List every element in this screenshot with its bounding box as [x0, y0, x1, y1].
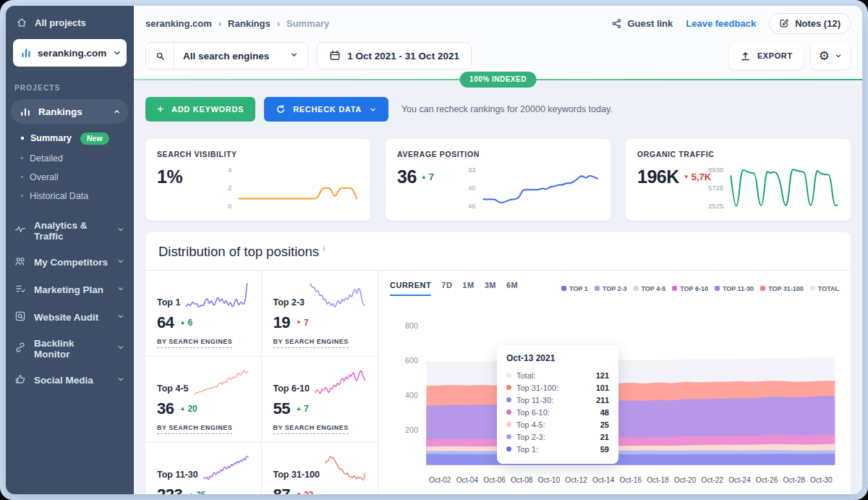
svg-text:800: 800	[405, 321, 418, 330]
legend-item-total[interactable]: TOTAL	[810, 285, 839, 292]
mini-value-row: 87▼33	[273, 486, 367, 494]
plus-icon: +	[157, 103, 164, 115]
home-icon	[16, 17, 27, 28]
legend-item-top-6-10[interactable]: TOP 6-10	[672, 285, 708, 292]
tooltip-label: Top 6-10:	[516, 408, 550, 417]
summary-cards: SEARCH VISIBILITY1%420AVERAGE POSITION36…	[145, 139, 851, 221]
chevron-down-icon	[116, 257, 125, 268]
tooltip-dot	[506, 410, 511, 415]
chevron-down-icon	[112, 48, 122, 58]
search-icon	[155, 51, 166, 62]
pencil-icon	[779, 18, 789, 28]
card-title: ORGANIC TRAFFIC	[637, 150, 839, 158]
tooltip-row: Top 4-5:25	[506, 418, 609, 431]
legend-item-top-2-3[interactable]: TOP 2-3	[595, 285, 627, 292]
tooltip-value: 48	[600, 408, 609, 417]
subitem-label: Detailed	[30, 153, 63, 164]
add-keywords-button[interactable]: + ADD KEYWORDS	[145, 97, 255, 122]
card-value: 196K	[637, 168, 679, 186]
subitem-label: Overall	[30, 172, 59, 182]
tab-1m[interactable]: 1M	[462, 281, 474, 296]
legend-item-top-11-30[interactable]: TOP 11-30	[715, 285, 754, 292]
tab-current[interactable]: CURRENT	[390, 281, 431, 296]
sidebar-subitem-summary[interactable]: SummaryNew	[6, 128, 134, 149]
legend-swatch	[810, 286, 815, 291]
mini-card-top: Top 1	[157, 280, 250, 310]
breadcrumb-item-0[interactable]: seranking.com	[145, 18, 212, 29]
arrow-down-icon: ▼	[296, 320, 302, 326]
sidebar-item-all-projects[interactable]: All projects	[6, 6, 134, 35]
info-icon[interactable]: i	[323, 244, 325, 253]
recheck-data-button[interactable]: RECHECK DATA	[264, 97, 388, 122]
summary-card-average_position: AVERAGE POSITION36▲7334046	[386, 139, 610, 221]
mini-card-value: 55	[273, 399, 290, 418]
mini-card-spark_top31_100: Top 31-10087▼33BY SEARCH ENGINES	[262, 443, 378, 494]
settings-button[interactable]: ⚙	[811, 43, 851, 69]
project-selector[interactable]: seranking.com	[13, 39, 127, 67]
by-search-engines-link[interactable]: BY SEARCH ENGINES	[273, 424, 349, 434]
mini-card-row: Top 11-30223▲35BY SEARCH ENGINESTop 31-1…	[145, 443, 378, 494]
sidebar-item-marketing-plan[interactable]: Marketing Plan	[6, 276, 134, 303]
date-range-picker[interactable]: 1 Oct 2021 - 31 Oct 2021	[317, 42, 472, 69]
tooltip-label: Total:	[516, 371, 535, 380]
tab-6m[interactable]: 6M	[506, 281, 518, 296]
legend-item-top-1[interactable]: TOP 1	[561, 285, 588, 292]
spark_top1-chart	[184, 281, 249, 310]
arrow-up-icon: ▲	[188, 492, 194, 494]
chevron-down-icon	[369, 106, 377, 114]
top-bar: seranking.com›Rankings›Summary Guest lin…	[134, 6, 862, 80]
sidebar-item-analytics-traffic[interactable]: Analytics & Traffic	[6, 213, 134, 248]
svg-text:Oct-02: Oct-02	[429, 476, 451, 484]
leave-feedback-link[interactable]: Leave feedback	[686, 18, 756, 29]
mini-sparkline	[184, 281, 249, 310]
export-button[interactable]: EXPORT	[729, 43, 804, 69]
sidebar-item-social-media[interactable]: Social Media	[6, 367, 134, 394]
sidebar-subitem-historical-data[interactable]: Historical Data	[6, 187, 134, 205]
breadcrumb-item-1[interactable]: Rankings	[228, 18, 271, 29]
tooltip-value: 59	[600, 445, 609, 454]
main-content: seranking.com›Rankings›Summary Guest lin…	[134, 6, 862, 494]
legend-label: TOP 4-5	[642, 285, 666, 292]
sidebar: All projects seranking.com PROJECTS Rank…	[6, 6, 134, 494]
share-icon	[611, 18, 622, 29]
tab-3m[interactable]: 3M	[485, 281, 496, 296]
calendar-icon	[329, 50, 341, 62]
rankings-icon	[20, 106, 31, 117]
tooltip-row: Top 6-10:48	[506, 406, 609, 418]
mini-card-spark_top1: Top 164▲6BY SEARCH ENGINES	[145, 271, 262, 356]
by-search-engines-link[interactable]: BY SEARCH ENGINES	[157, 338, 232, 348]
sidebar-item-rankings[interactable]: Rankings	[11, 99, 129, 124]
notes-button[interactable]: Notes (12)	[769, 13, 851, 34]
tooltip-dot	[506, 385, 511, 390]
legend-item-top-4-5[interactable]: TOP 4-5	[634, 285, 666, 292]
search-engines-select[interactable]: All search engines	[145, 42, 308, 69]
rankings-label: Rankings	[38, 106, 82, 117]
delta-value: 7	[304, 404, 309, 414]
chart-legend: TOP 1TOP 2-3TOP 4-5TOP 6-10TOP 11-30TOP …	[561, 285, 839, 292]
sidebar-item-backlink-monitor[interactable]: Backlink Monitor	[6, 331, 134, 366]
guest-link-button[interactable]: Guest link	[611, 18, 673, 29]
tab-7d[interactable]: 7D	[441, 281, 452, 296]
svg-text:Oct-24: Oct-24	[728, 476, 751, 484]
mini-card-label: Top 2-3	[273, 297, 305, 310]
sidebar-subitem-detailed[interactable]: Detailed	[6, 149, 134, 168]
distribution-title: Distribution of top positionsi	[145, 232, 851, 271]
mini-card-label: Top 6-10	[273, 384, 310, 397]
tooltip-value: 121	[596, 371, 609, 380]
mini-card-value: 36	[157, 399, 174, 418]
bullet-icon	[21, 195, 23, 197]
tooltip-label: Top 1:	[516, 445, 538, 454]
card-body: 1%420	[157, 165, 359, 211]
sidebar-item-website-audit[interactable]: Website Audit	[6, 304, 134, 331]
mini-card-top: Top 11-30	[157, 452, 250, 483]
sidebar-item-my-competitors[interactable]: My Competitors	[6, 249, 134, 276]
svg-text:Oct-22: Oct-22	[702, 476, 724, 484]
sidebar-subitem-overall[interactable]: Overall	[6, 168, 134, 187]
by-search-engines-link[interactable]: BY SEARCH ENGINES	[273, 338, 349, 348]
sidebar-item-label: My Competitors	[34, 257, 108, 268]
sidebar-item-label: Marketing Plan	[34, 284, 103, 295]
by-search-engines-link[interactable]: BY SEARCH ENGINES	[157, 424, 232, 434]
mini-sparkline	[203, 454, 250, 483]
legend-item-top-31-100[interactable]: TOP 31-100	[760, 285, 804, 292]
mini-card-value: 19	[273, 313, 290, 332]
